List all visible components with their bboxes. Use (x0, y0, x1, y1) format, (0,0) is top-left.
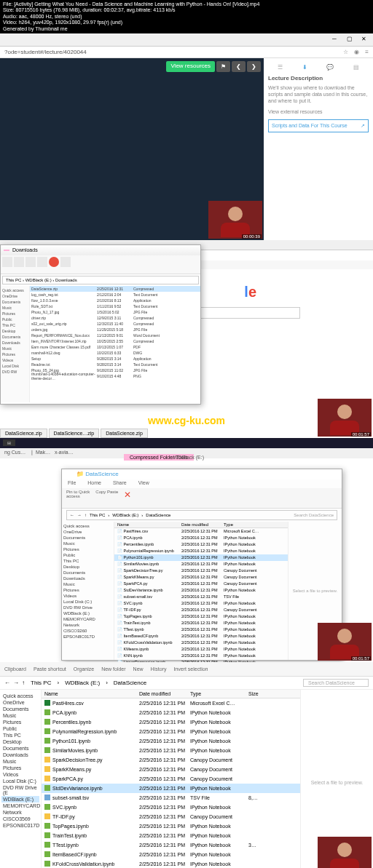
fwd-button[interactable]: → (13, 680, 19, 686)
start-button[interactable]: ⊞ (3, 439, 15, 446)
file-row[interactable]: Role_SDT.txt1/11/2016 9:52Text Document (30, 303, 200, 309)
file-row[interactable]: 📄 SimilarMovies.ipynb2/25/2016 12:31 PMI… (114, 561, 288, 568)
file-row[interactable]: PastHires.csv2/25/2016 12:31 PMMicrosoft… (42, 698, 300, 708)
ribbon-btn[interactable] (14, 257, 24, 267)
user-icon[interactable]: ◉ (354, 49, 359, 55)
file-row[interactable]: Readme.txt9/28/2015 3:14Text Document (30, 362, 200, 367)
file-row[interactable]: SparkDecisionTree.py2/25/2016 12:31 PMCa… (42, 755, 300, 765)
nav-item[interactable]: Pictures (2, 351, 28, 357)
nav-item[interactable]: Documents (63, 535, 112, 541)
file-row[interactable]: 📄 PCA.ipynb2/25/2016 12:31 PMIPython Not… (114, 535, 288, 541)
file-list[interactable]: NameDate modifiedTypeSize PastHires.csv2… (41, 690, 300, 868)
nav-item[interactable]: DVD RW (2, 369, 28, 375)
file-row[interactable]: Python101.ipynb2/25/2016 12:31 PMIPython… (42, 736, 300, 746)
nav-item[interactable]: Network (63, 622, 112, 628)
crumb[interactable]: DataScience (146, 513, 170, 517)
nav-item[interactable]: Pictures (63, 587, 112, 593)
nav-prev-button[interactable]: ❮ (232, 61, 246, 72)
nav-item[interactable]: Quick access (1, 693, 39, 699)
file-row[interactable]: 📄 PastHires.csv2/25/2016 12:31 PMMicroso… (114, 528, 288, 535)
file-row[interactable]: DataScience.zip2/25/2016 12:31Compressed (30, 286, 200, 292)
file-row[interactable]: 📄 TF-IDF.py2/25/2016 12:31 PMCanopy Docu… (114, 607, 288, 613)
delete-icon[interactable]: ✕ (124, 490, 133, 498)
back-button[interactable]: ← (4, 680, 10, 686)
file-row[interactable]: SVC.ipynb2/25/2016 12:31 PMIPython Noteb… (42, 803, 300, 812)
crumb[interactable]: WDBlack (E:) (112, 513, 138, 517)
nav-item[interactable]: Documents (63, 570, 112, 576)
star-icon[interactable]: ☆ (343, 49, 348, 55)
up-button[interactable]: ↑ (22, 680, 25, 686)
file-row[interactable]: 📄 KFoldCrossValidation.ipynb2/25/2016 12… (114, 640, 288, 646)
nav-item[interactable]: Downloads (1, 752, 39, 758)
file-row[interactable]: marshall-h12.dwg10/2/2015 6:33DWG (30, 350, 200, 356)
file-row[interactable]: 📄 KNN.ipynb2/25/2016 12:31 PMIPython Not… (114, 653, 288, 659)
list-icon[interactable]: ☰ (278, 64, 283, 71)
nav-item[interactable]: Music (1, 758, 39, 765)
crumb[interactable]: This PC (28, 679, 54, 687)
file-row[interactable]: SparkKMeans.py2/25/2016 12:31 PMCanopy D… (42, 765, 300, 774)
file-row[interactable]: Report_PERFORMANCE_Nov.docx11/13/2015 9:… (30, 333, 200, 338)
history-btn[interactable]: History (151, 666, 167, 672)
file-row[interactable]: 📄 ItemBasedCF.ipynb2/25/2016 12:31 PMIPy… (114, 633, 288, 640)
file-row[interactable]: Percentiles.ipynb2/25/2016 12:31 PMIPyth… (42, 717, 300, 727)
nav-item[interactable]: Documents (1, 706, 39, 712)
file-row[interactable]: 📄 PolynomialRegression.ipynb2/25/2016 12… (114, 548, 288, 554)
nav-item[interactable]: Videos (2, 357, 28, 363)
nav-item[interactable]: This PC (2, 322, 28, 328)
nav-item[interactable]: Pictures (1, 765, 39, 771)
menu-icon[interactable]: ≡ (365, 49, 369, 55)
nav-item[interactable]: Local Disk (2, 363, 28, 369)
search-box[interactable]: Search DataScience (303, 679, 369, 687)
nav-item[interactable]: MEMORYCARD (1, 803, 39, 809)
file-row[interactable]: 📄 TTest.ipynb2/25/2016 12:31 PMIPython N… (114, 626, 288, 633)
taskbar[interactable]: ⊞ (0, 438, 373, 448)
crumb[interactable]: This PC (90, 513, 105, 517)
file-row[interactable]: 📄 StdDevVariance.ipynb2/25/2016 12:31 PM… (114, 587, 288, 594)
file-row[interactable]: 📄 TopPages.ipynb2/25/2016 12:31 PMIPytho… (114, 613, 288, 620)
nav-item[interactable]: Videos (63, 593, 112, 599)
crumb[interactable]: WDBlack (E:) (62, 679, 103, 687)
file-row[interactable]: 📄 Python101.ipynb2/25/2016 12:31 PMIPyth… (114, 554, 288, 561)
tab-view[interactable]: View (133, 479, 155, 488)
crumb[interactable]: DataScience (111, 679, 149, 687)
nav-item[interactable]: This PC (1, 732, 39, 738)
nav-item[interactable]: Pictures (2, 311, 28, 316)
nav-item[interactable]: Videos (1, 771, 39, 778)
nav-item[interactable]: Documents (2, 299, 28, 305)
invert-selection[interactable]: Invert selection (173, 666, 208, 672)
nav-item[interactable]: Public (2, 316, 28, 322)
nav-pane[interactable]: Quick accessOneDriveDocumentsMusicPictur… (1, 286, 30, 402)
file-row[interactable]: PolynomialRegression.ipynb2/25/2016 12:3… (42, 727, 300, 736)
file-row[interactable]: 📄 SparkDecisionTree.py2/25/2016 12:31 PM… (114, 568, 288, 574)
nav-item[interactable]: DVD RW Drive (E (1, 784, 39, 796)
file-list[interactable]: NameDate modifiedType 📄 PastHires.csv2/2… (114, 522, 288, 660)
tab-file[interactable]: File (62, 479, 82, 488)
path-bar[interactable]: This PC › WDBlack (E:) › Downloads (2, 276, 199, 284)
compressed-tools-tab[interactable] (4, 250, 9, 251)
nav-item[interactable]: EPSON8C017D (63, 634, 112, 640)
file-row[interactable]: TF-IDF.py2/25/2016 12:31 PMCanopy Docume… (42, 812, 300, 821)
nav-item[interactable]: Public (63, 552, 112, 558)
nav-item[interactable]: Pictures (1, 719, 39, 725)
ribbon-btn[interactable] (2, 257, 12, 267)
ribbon-btn[interactable] (60, 257, 71, 267)
nav-item[interactable]: Pictures (63, 546, 112, 552)
nav-item[interactable]: Documents (1, 745, 39, 752)
minimize-button[interactable]: ─ (332, 36, 339, 43)
tab-home[interactable]: Home (82, 479, 107, 488)
file-row[interactable]: thumbnail-140384-education-computer-them… (30, 373, 200, 379)
path-bar[interactable]: ← → ↑ This PC› WDBlack (E:)› DataScience… (0, 677, 373, 690)
file-row[interactable]: SimilarMovies.ipynb2/25/2016 12:31 PMIPy… (42, 746, 300, 755)
file-row[interactable]: driver.zip12/9/2015 3:11Compressed (30, 315, 200, 321)
nav-item[interactable]: Music (63, 581, 112, 587)
flag-icon[interactable]: ⚑ (216, 61, 230, 72)
file-row[interactable]: 📄 KMeans.ipynb2/25/2016 12:31 PMIPython … (114, 646, 288, 653)
nav-item[interactable]: Quick access (2, 287, 28, 293)
nav-item[interactable]: Desktop (63, 564, 112, 570)
file-row[interactable]: ItemBasedCF.ipynb2/25/2016 12:31 PMIPyth… (42, 850, 300, 859)
nav-item[interactable]: Downloads (2, 340, 28, 346)
file-row[interactable]: 📄 Percentiles.ipynb2/25/2016 12:31 PMIPy… (114, 541, 288, 548)
file-row[interactable]: Photo_NJ_17.jpg1/5/2016 5:02JPG File (30, 309, 200, 315)
nav-item[interactable]: Local Disk (C:) (1, 778, 39, 784)
file-row[interactable]: s02_out_sale_orig.zip12/3/2015 11:40Comp… (30, 321, 200, 327)
